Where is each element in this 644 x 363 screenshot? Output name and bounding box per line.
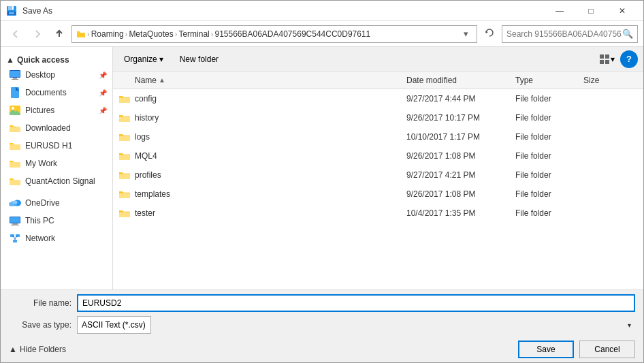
eurusd-folder-icon bbox=[9, 140, 21, 152]
sidebar-item-quantaction[interactable]: QuantAction Signal bbox=[1, 172, 112, 190]
addr-roaming: Roaming bbox=[91, 29, 124, 39]
file-list: config 9/27/2017 4:44 PM File folder his… bbox=[113, 89, 643, 289]
column-name-header[interactable]: Name ▲ bbox=[118, 76, 406, 85]
sidebar-item-desktop[interactable]: Desktop 📌 bbox=[1, 66, 112, 84]
folder-address-icon bbox=[76, 29, 86, 39]
view-icon bbox=[600, 54, 609, 64]
column-type-header[interactable]: Type bbox=[515, 76, 583, 85]
savetype-row: Save as type: ASCII Text (*.csv) ▾ bbox=[9, 316, 635, 334]
back-button[interactable] bbox=[6, 25, 25, 44]
select-arrow-icon: ▾ bbox=[628, 321, 631, 329]
sidebar-item-documents[interactable]: Documents 📌 bbox=[1, 84, 112, 101]
file-type: File folder bbox=[515, 208, 583, 218]
table-row[interactable]: tester 10/4/2017 1:35 PM File folder bbox=[113, 204, 643, 223]
sidebar-item-pictures[interactable]: Pictures 📌 bbox=[1, 101, 112, 119]
svg-rect-8 bbox=[12, 79, 18, 80]
filename-input[interactable] bbox=[77, 294, 635, 312]
quick-access-section[interactable]: ▲ Quick access bbox=[1, 50, 112, 66]
table-row[interactable]: templates 9/26/2017 1:08 PM File folder bbox=[113, 185, 643, 204]
search-input[interactable] bbox=[506, 29, 622, 39]
file-name-cell: profiles bbox=[118, 170, 406, 180]
quick-access-label: Quick access bbox=[17, 55, 69, 65]
sidebar-my-work-label: My Work bbox=[25, 159, 57, 168]
bottom-area: File name: Save as type: ASCII Text (*.c… bbox=[1, 289, 643, 362]
window-icon bbox=[6, 5, 17, 16]
search-icon: 🔍 bbox=[622, 29, 633, 39]
file-toolbar: Organize ▾ New folder ▾ ? bbox=[113, 47, 643, 72]
pin-icon: 📌 bbox=[99, 72, 107, 79]
minimize-button[interactable]: — bbox=[544, 1, 575, 21]
network-icon bbox=[9, 232, 21, 244]
search-box[interactable]: 🔍 bbox=[502, 25, 638, 43]
sidebar-item-my-work[interactable]: My Work bbox=[1, 155, 112, 172]
help-button[interactable]: ? bbox=[620, 50, 638, 68]
svg-rect-18 bbox=[12, 223, 18, 225]
thispc-icon bbox=[9, 215, 21, 227]
file-date: 9/26/2017 10:17 PM bbox=[406, 113, 515, 123]
pin-icon-pics: 📌 bbox=[99, 107, 107, 114]
svg-rect-17 bbox=[10, 217, 20, 223]
sidebar-network-label: Network bbox=[25, 234, 55, 243]
main-area: ▲ Quick access Desktop 📌 bbox=[1, 47, 643, 289]
column-size-header[interactable]: Size bbox=[583, 76, 638, 85]
column-date-header[interactable]: Date modified bbox=[406, 76, 515, 85]
pictures-icon bbox=[9, 104, 21, 116]
refresh-button[interactable] bbox=[480, 25, 499, 44]
svg-rect-29 bbox=[605, 60, 609, 64]
hide-folders-toggle[interactable]: ▲ Hide Folders bbox=[9, 345, 66, 354]
cancel-button[interactable]: Cancel bbox=[579, 341, 635, 358]
svg-rect-22 bbox=[13, 240, 17, 242]
sidebar-item-onedrive[interactable]: OneDrive bbox=[1, 194, 112, 212]
forward-button[interactable] bbox=[28, 25, 47, 44]
file-type: File folder bbox=[515, 132, 583, 142]
quick-access-arrow: ▲ bbox=[6, 55, 14, 65]
address-dropdown-button[interactable]: ▾ bbox=[459, 26, 472, 42]
file-name-cell: tester bbox=[118, 208, 406, 219]
sidebar-desktop-label: Desktop bbox=[25, 70, 55, 80]
file-date: 9/27/2017 4:21 PM bbox=[406, 170, 515, 180]
table-row[interactable]: logs 10/10/2017 1:17 PM File folder bbox=[113, 127, 643, 146]
table-row[interactable]: config 9/27/2017 4:44 PM File folder bbox=[113, 89, 643, 108]
maximize-button[interactable]: □ bbox=[575, 1, 607, 21]
file-area: Organize ▾ New folder ▾ ? bbox=[113, 47, 643, 289]
organize-button[interactable]: Organize ▾ bbox=[118, 50, 169, 68]
sidebar-item-thispc[interactable]: This PC bbox=[1, 212, 112, 230]
sidebar-documents-label: Documents bbox=[25, 88, 67, 97]
savetype-label: Save as type: bbox=[9, 320, 77, 330]
file-name: profiles bbox=[135, 170, 161, 180]
close-button[interactable]: ✕ bbox=[607, 1, 638, 21]
svg-rect-26 bbox=[600, 54, 604, 59]
table-row[interactable]: profiles 9/27/2017 4:21 PM File folder bbox=[113, 165, 643, 185]
window-title: Save As bbox=[22, 6, 52, 16]
sidebar-item-network[interactable]: Network bbox=[1, 230, 112, 247]
view-button[interactable]: ▾ bbox=[600, 50, 615, 68]
view-dropdown-icon: ▾ bbox=[611, 54, 615, 64]
file-name-cell: templates bbox=[118, 189, 406, 200]
address-bar[interactable]: › Roaming › MetaQuotes › Terminal › 9155… bbox=[71, 25, 477, 43]
folder-icon bbox=[118, 112, 131, 123]
address-parts: › Roaming › MetaQuotes › Terminal › 9155… bbox=[76, 29, 456, 39]
addr-metaquotes: MetaQuotes bbox=[129, 29, 173, 39]
addr-terminal: Terminal bbox=[178, 29, 209, 39]
table-row[interactable]: history 9/26/2017 10:17 PM File folder bbox=[113, 108, 643, 127]
titlebar: Save As — □ ✕ bbox=[1, 1, 643, 21]
sidebar-item-downloaded[interactable]: Downloaded bbox=[1, 119, 112, 137]
save-button[interactable]: Save bbox=[518, 341, 574, 358]
onedrive-icon bbox=[9, 197, 21, 209]
file-type: File folder bbox=[515, 170, 583, 180]
filename-label: File name: bbox=[9, 298, 77, 308]
sidebar-eurusd-label: EURUSD H1 bbox=[25, 141, 72, 151]
hide-folders-arrow: ▲ bbox=[9, 345, 17, 354]
organize-dropdown-icon: ▾ bbox=[159, 54, 163, 64]
svg-rect-19 bbox=[11, 225, 19, 225]
sidebar-pictures-label: Pictures bbox=[25, 106, 54, 115]
folder-icon bbox=[118, 151, 131, 161]
sidebar-downloaded-label: Downloaded bbox=[25, 123, 71, 133]
table-row[interactable]: MQL4 9/26/2017 1:08 PM File folder bbox=[113, 146, 643, 165]
new-folder-button[interactable]: New folder bbox=[174, 50, 224, 68]
file-name-cell: MQL4 bbox=[118, 151, 406, 161]
file-name: tester bbox=[135, 208, 155, 218]
savetype-select[interactable]: ASCII Text (*.csv) bbox=[77, 316, 151, 334]
up-button[interactable] bbox=[50, 25, 69, 44]
sidebar-item-eurusd[interactable]: EURUSD H1 bbox=[1, 137, 112, 155]
